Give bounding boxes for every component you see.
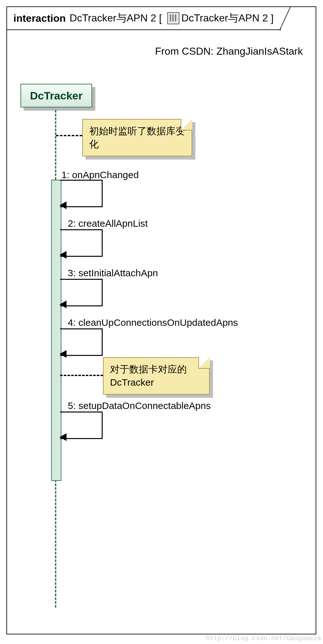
tab-border-mask <box>7 7 290 8</box>
message-label: 4: cleanUpConnectionsOnUpdatedApns <box>68 317 238 328</box>
diagram-ref-icon <box>167 12 179 24</box>
interaction-tab: interaction DcTracker与APN 2 [ DcTracker与… <box>6 6 281 30</box>
note-connector <box>56 135 82 136</box>
arrow-left-icon <box>59 433 67 441</box>
note-text: 对于数据卡对应的 <box>110 364 187 374</box>
lifeline-head: DcTracker <box>20 84 92 107</box>
lifeline-dash <box>55 480 56 608</box>
arrow-left-icon <box>59 251 67 259</box>
lifeline-dash <box>55 110 56 180</box>
arrow-left-icon <box>59 301 67 308</box>
message-label: 3: setInitialAttachApn <box>68 268 158 279</box>
interaction-title: DcTracker与APN 2 <box>70 11 156 25</box>
interaction-bracket-label: DcTracker与APN 2 <box>181 11 268 25</box>
note-fold-icon <box>198 357 210 369</box>
arrow-left-icon <box>59 201 67 209</box>
message-label: 5: setupDataOnConnectableApns <box>68 400 211 411</box>
note-text: 初始时监听了数据库变化 <box>89 126 185 149</box>
note-datacard-dctracker: 对于数据卡对应的 DcTracker <box>103 357 210 395</box>
message-label: 2: createAllApnList <box>68 218 148 229</box>
note-text: DcTracker <box>110 377 154 388</box>
interaction-frame: interaction DcTracker与APN 2 [ DcTracker与… <box>6 6 316 634</box>
credit-text: From CSDN: ZhangJianIsAStark <box>7 45 303 57</box>
note-connector <box>60 375 103 376</box>
lifeline-label: DcTracker <box>30 90 83 102</box>
note-initial-listen: 初始时监听了数据库变化 <box>82 119 192 156</box>
watermark-text: http://blog.csdn.net/Gaugamela <box>206 635 321 642</box>
bracket-open: [ <box>156 12 165 24</box>
interaction-keyword: interaction <box>13 12 66 24</box>
note-fold-icon <box>181 119 192 130</box>
message-label: 1: onApnChanged <box>61 169 139 180</box>
bracket-close: ] <box>268 12 274 24</box>
sequence-diagram: interaction DcTracker与APN 2 [ DcTracker与… <box>0 0 323 644</box>
arrow-left-icon <box>59 350 67 358</box>
